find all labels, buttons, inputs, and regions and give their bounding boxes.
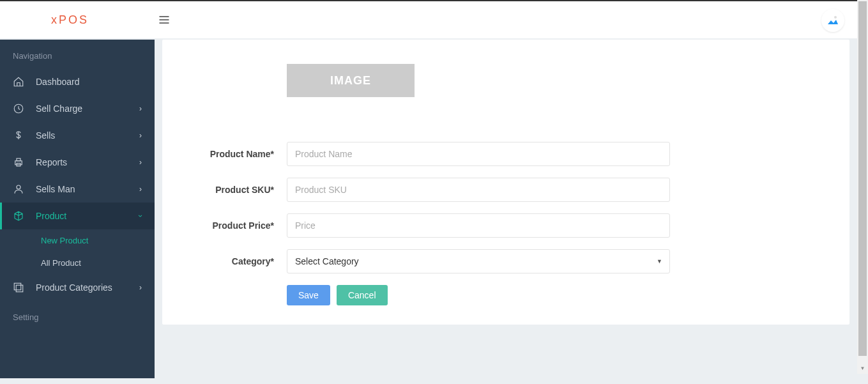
clock-icon [13, 103, 24, 114]
form-row-product-name: Product Name* [188, 142, 824, 166]
product-sku-label: Product SKU* [188, 185, 287, 195]
svg-point-8 [17, 185, 20, 189]
topbar: xPOS [0, 1, 857, 38]
layers-icon [13, 282, 24, 293]
dollar-icon [13, 130, 24, 141]
menu-toggle-button[interactable] [155, 10, 174, 29]
save-button[interactable]: Save [287, 285, 330, 305]
svg-rect-5 [15, 161, 22, 165]
vertical-scrollbar-thumb[interactable] [858, 1, 867, 356]
sidebar-item-dashboard[interactable]: Dashboard [0, 68, 155, 95]
sidebar: Navigation Dashboard Sell Charge › Sells… [0, 40, 155, 378]
cancel-button[interactable]: Cancel [337, 285, 388, 305]
vertical-scrollbar[interactable]: ▼ [857, 0, 868, 374]
product-sku-input[interactable] [287, 178, 670, 202]
logo[interactable]: xPOS [13, 13, 155, 27]
category-select[interactable]: Select Category [287, 249, 670, 273]
sidebar-item-product[interactable]: Product › [0, 203, 155, 229]
form-row-product-sku: Product SKU* [188, 178, 824, 202]
sidebar-subitem-new-product[interactable]: New Product [0, 229, 155, 252]
sidebar-item-reports[interactable]: Reports › [0, 149, 155, 176]
chevron-down-icon: › [136, 215, 145, 217]
product-form-card: IMAGE Product Name* Product SKU* Product… [162, 40, 849, 325]
svg-rect-9 [14, 283, 21, 290]
chevron-right-icon: › [139, 185, 142, 194]
nav-section-header: Navigation [0, 40, 155, 68]
main-content: IMAGE Product Name* Product SKU* Product… [155, 40, 857, 378]
sidebar-item-sells[interactable]: Sells › [0, 122, 155, 149]
product-price-label: Product Price* [188, 220, 287, 231]
sidebar-item-label: Product Categories [36, 282, 112, 293]
chevron-right-icon: › [139, 283, 142, 292]
svg-rect-10 [16, 285, 23, 292]
category-label: Category* [188, 256, 287, 266]
product-name-input[interactable] [287, 142, 670, 166]
home-icon [13, 76, 24, 88]
sidebar-item-product-categories[interactable]: Product Categories › [0, 274, 155, 301]
scroll-down-arrow-icon[interactable]: ▼ [857, 363, 868, 374]
chevron-right-icon: › [139, 104, 142, 113]
sidebar-item-label: Product [36, 211, 66, 221]
sidebar-item-label: Sells [36, 130, 55, 141]
form-buttons: Save Cancel [287, 285, 824, 305]
svg-rect-6 [17, 158, 20, 161]
sidebar-item-sells-man[interactable]: Sells Man › [0, 176, 155, 203]
image-placeholder-icon [825, 13, 841, 28]
chevron-right-icon: › [139, 158, 142, 167]
sidebar-item-label: Reports [36, 157, 67, 167]
cube-icon [13, 210, 24, 222]
avatar[interactable] [821, 9, 844, 32]
sidebar-item-label: Sell Charge [36, 104, 82, 114]
form-row-product-price: Product Price* [188, 213, 824, 238]
svg-point-3 [834, 16, 837, 19]
product-image-upload[interactable]: IMAGE [287, 64, 415, 97]
sidebar-item-label: Dashboard [36, 77, 80, 87]
form-row-category: Category* Select Category [188, 249, 824, 273]
sidebar-item-sell-charge[interactable]: Sell Charge › [0, 95, 155, 122]
sidebar-submenu-product: New Product All Product [0, 229, 155, 274]
hamburger-icon [158, 13, 171, 26]
sidebar-item-label: Sells Man [36, 184, 75, 194]
product-price-input[interactable] [287, 213, 670, 238]
sidebar-subitem-all-product[interactable]: All Product [0, 252, 155, 274]
user-icon [13, 183, 24, 195]
product-name-label: Product Name* [188, 149, 287, 159]
nav-section-header-setting: Setting [0, 301, 155, 330]
chevron-right-icon: › [139, 131, 142, 140]
printer-icon [13, 157, 24, 168]
